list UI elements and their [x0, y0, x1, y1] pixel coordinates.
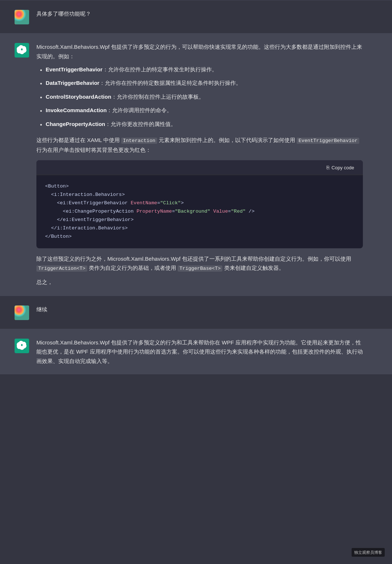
assistant-summary: 总之， [36, 277, 363, 287]
bullet-5-bold: ChangePropertyAction [46, 121, 105, 127]
bullet-1-text: ：允许你在控件上的特定事件发生时执行操作。 [103, 66, 217, 72]
bullet-2-bold: DataTriggerBehavior [46, 80, 100, 86]
code-block: <Button> <i:Interaction.Behaviors> <ei:E… [36, 175, 363, 248]
user-avatar-1 [15, 10, 29, 24]
user-message-2-text: 继续 [36, 305, 363, 314]
user-message-1: 具体多了哪些功能呢？ [0, 0, 392, 33]
bullet-5: ChangePropertyAction：允许你更改控件的属性值。 [40, 120, 363, 130]
bullet-5-text: ：允许你更改控件的属性值。 [105, 121, 176, 127]
copy-code-button[interactable]: ⎘ Copy code [324, 163, 357, 172]
user-message-2: 继续 [0, 296, 392, 329]
assistant-message-2-content: Microsoft.Xaml.Behaviors.Wpf 包提供了许多预定义的行… [36, 338, 363, 366]
copy-label: Copy code [332, 165, 354, 170]
user-message-1-content: 具体多了哪些功能呢？ [36, 9, 363, 19]
bullet-4-text: ：允许你调用控件的命令。 [107, 107, 172, 113]
code-block-header: ⎘ Copy code [36, 160, 363, 175]
watermark: 独立观察员博客 [352, 548, 385, 557]
assistant-message-2-text: Microsoft.Xaml.Behaviors.Wpf 包提供了许多预定义的行… [36, 338, 363, 366]
assistant-avatar-1 [15, 43, 29, 58]
assistant-avatar-2 [15, 339, 29, 353]
user-message-1-text: 具体多了哪些功能呢？ [36, 9, 363, 19]
chat-container: 具体多了哪些功能呢？ Microsoft.Xaml.Behaviors.Wpf … [0, 0, 392, 374]
bullet-3-bold: ControlStoryboardAction [46, 94, 111, 100]
assistant-outro: 除了这些预定义的行为之外，Microsoft.Xaml.Behaviors.Wp… [36, 254, 363, 273]
bullet-1: EventTriggerBehavior：允许你在控件上的特定事件发生时执行操作… [40, 65, 363, 75]
bullet-3-text: ：允许你控制在控件上运行的故事板。 [111, 94, 204, 100]
assistant-message-1-content: Microsoft.Xaml.Behaviors.Wpf 包提供了许多预定义的行… [36, 42, 363, 287]
user-avatar-2 [15, 305, 29, 320]
bullet-1-bold: EventTriggerBehavior [46, 66, 103, 72]
assistant-message-2: Microsoft.Xaml.Behaviors.Wpf 包提供了许多预定义的行… [0, 329, 392, 375]
assistant-message-1: Microsoft.Xaml.Behaviors.Wpf 包提供了许多预定义的行… [0, 33, 392, 296]
assistant-intro: Microsoft.Xaml.Behaviors.Wpf 包提供了许多预定义的行… [36, 42, 363, 61]
code-block-wrapper: ⎘ Copy code <Button> <i:Interaction.Beha… [36, 160, 363, 248]
bullet-4: InvokeCommandAction：允许你调用控件的命令。 [40, 106, 363, 116]
bullet-4-bold: InvokeCommandAction [46, 107, 107, 113]
bullet-2: DataTriggerBehavior：允许你在控件的特定数据属性满足特定条件时… [40, 79, 363, 88]
copy-icon: ⎘ [326, 165, 329, 170]
feature-list: EventTriggerBehavior：允许你在控件上的特定事件发生时执行操作… [40, 65, 363, 130]
svg-rect-1 [15, 305, 29, 320]
bullet-2-text: ：允许你在控件的特定数据属性满足特定条件时执行操作。 [99, 80, 241, 86]
assistant-description: 这些行为都是通过在 XAML 中使用 Interaction 元素来附加到控件上… [36, 135, 363, 154]
bullet-3: ControlStoryboardAction：允许你控制在控件上运行的故事板。 [40, 92, 363, 102]
user-message-2-content: 继续 [36, 305, 363, 314]
svg-rect-0 [15, 10, 29, 24]
